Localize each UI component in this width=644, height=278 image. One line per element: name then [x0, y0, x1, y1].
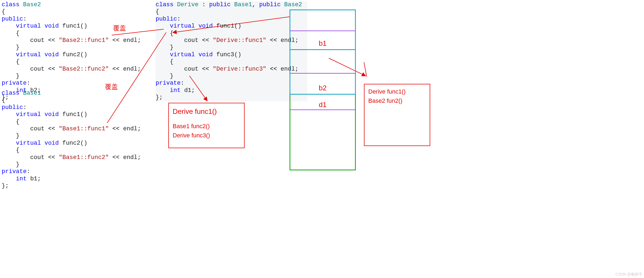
- memory-label-d1: d1: [319, 101, 327, 109]
- memory-sep-vptr2: [290, 73, 355, 74]
- vtable1-line3: Derive func3(): [173, 131, 240, 140]
- memory-layout: b1 b2 d1: [290, 9, 356, 170]
- memory-sep-d1: [290, 110, 355, 110]
- watermark: CSDN @貉踌手: [615, 272, 642, 277]
- memory-label-b1: b1: [319, 39, 327, 48]
- annotation-override-1: 覆盖: [113, 24, 126, 32]
- vtable2-line2: Base2 fun2(): [368, 96, 426, 105]
- memory-label-b2: b2: [319, 84, 327, 92]
- vtable1-line1: Derive func1(): [173, 106, 240, 117]
- memory-sep-vptr1: [290, 31, 355, 31]
- code-block-base1: class Base1 { public: virtual void func1…: [2, 90, 141, 190]
- vtable-box-base2: Derive func1() Base2 fun2(): [364, 84, 430, 146]
- svg-line-5: [364, 62, 367, 77]
- memory-cell-base2: b2: [290, 50, 356, 95]
- code-block-derive: class Derive : public Base1, public Base…: [156, 1, 307, 101]
- code-block-base2: class Base2 { public: virtual void func1…: [2, 1, 141, 101]
- vtable1-line2: Base1 func2(): [173, 122, 240, 131]
- vtable-box-base1: Derive func1() Base1 func2() Derive func…: [168, 103, 245, 148]
- vtable2-line1: Derive func1(): [368, 87, 426, 96]
- memory-cell-base1: b1: [290, 9, 356, 50]
- annotation-override-2: 覆盖: [105, 82, 118, 91]
- memory-cell-derive: d1: [290, 95, 356, 170]
